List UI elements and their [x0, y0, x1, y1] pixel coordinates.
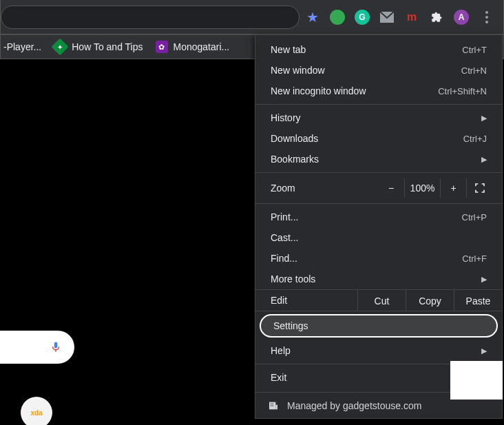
- menu-separator: [255, 172, 502, 173]
- extension-m-icon[interactable]: m: [404, 10, 419, 25]
- bookmark-label: How To and Tips: [72, 41, 143, 52]
- svg-rect-4: [271, 405, 271, 406]
- edit-paste-button[interactable]: Paste: [454, 290, 502, 311]
- chevron-right-icon: ▶: [481, 155, 487, 164]
- edit-cut-button[interactable]: Cut: [357, 290, 406, 311]
- shortcut-avatar[interactable]: xda: [21, 397, 52, 425]
- chevron-right-icon: ▶: [481, 346, 487, 355]
- edit-copy-button[interactable]: Copy: [406, 290, 454, 311]
- microphone-icon[interactable]: [50, 339, 62, 355]
- building-icon: [268, 400, 279, 411]
- menu-separator: [255, 203, 502, 204]
- browser-toolbar: ★ G m A: [0, 0, 504, 34]
- bookmark-item-howto[interactable]: ✦ How To and Tips: [54, 41, 143, 53]
- menu-separator: [255, 104, 502, 105]
- menu-help[interactable]: Help ▶: [255, 340, 502, 361]
- menu-print[interactable]: Print... Ctrl+P: [255, 207, 502, 227]
- chevron-right-icon: ▶: [481, 114, 487, 123]
- bookmark-label: Monogatari...: [174, 41, 230, 52]
- svg-rect-3: [273, 403, 273, 404]
- menu-more-tools[interactable]: More tools ▶: [255, 269, 502, 289]
- extensions-puzzle-icon[interactable]: [429, 10, 444, 25]
- toolbar-icons: ★ G m A: [300, 9, 503, 25]
- zoom-in-button[interactable]: +: [440, 178, 466, 198]
- svg-rect-6: [275, 404, 277, 409]
- extension-grammarly-icon[interactable]: G: [355, 10, 370, 25]
- bookmark-favicon-icon: ✦: [52, 38, 69, 55]
- bookmark-label: -Player...: [3, 41, 41, 52]
- svg-rect-5: [273, 405, 273, 406]
- profile-avatar[interactable]: A: [454, 10, 469, 25]
- menu-button[interactable]: [479, 9, 495, 25]
- menu-bookmarks[interactable]: Bookmarks ▶: [255, 149, 502, 169]
- menu-edit-row: Edit Cut Copy Paste: [255, 289, 502, 311]
- bookmark-star-icon[interactable]: ★: [305, 10, 320, 25]
- overlay-block: [450, 361, 503, 400]
- bookmark-item-monogatari[interactable]: ✿ Monogatari...: [156, 41, 230, 53]
- extension-mail-icon[interactable]: [379, 10, 395, 25]
- omnibox[interactable]: [1, 6, 300, 29]
- svg-rect-2: [271, 403, 271, 404]
- menu-downloads[interactable]: Downloads Ctrl+J: [255, 128, 502, 149]
- bookmark-favicon-icon: ✿: [156, 41, 168, 53]
- zoom-out-button[interactable]: −: [378, 178, 404, 198]
- menu-new-incognito[interactable]: New incognito window Ctrl+Shift+N: [255, 81, 502, 101]
- menu-cast[interactable]: Cast...: [255, 227, 502, 248]
- fullscreen-button[interactable]: [466, 178, 492, 198]
- search-pill[interactable]: [0, 331, 74, 364]
- chevron-right-icon: ▶: [481, 275, 487, 284]
- bookmark-item-player[interactable]: -Player...: [3, 41, 41, 52]
- menu-find[interactable]: Find... Ctrl+F: [255, 248, 502, 269]
- shortcut-label: xda: [30, 409, 42, 417]
- menu-zoom: Zoom − 100% +: [255, 176, 502, 200]
- extension-green-dot-icon[interactable]: [330, 10, 345, 25]
- zoom-value: 100%: [404, 178, 440, 198]
- menu-new-window[interactable]: New window Ctrl+N: [255, 60, 502, 81]
- menu-settings[interactable]: Settings: [260, 314, 498, 338]
- menu-history[interactable]: History ▶: [255, 107, 502, 128]
- menu-new-tab[interactable]: New tab Ctrl+T: [255, 39, 502, 60]
